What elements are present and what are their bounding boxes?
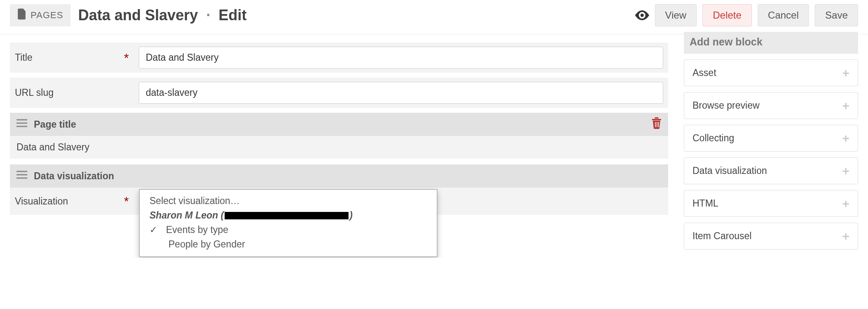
block-item-label: Item Carousel [693,231,752,242]
main-column: Title * URL slug Page title Data and Sla… [0,34,678,223]
cancel-button[interactable]: Cancel [758,4,809,26]
visualization-dropdown[interactable]: Select visualization… Sharon M Leon () E… [139,189,437,257]
page-title-value: Data and Slavery [10,136,668,159]
block-item-asset[interactable]: Asset + [684,59,858,86]
block-item-collecting[interactable]: Collecting + [684,125,858,152]
drag-handle-icon[interactable] [17,170,27,182]
dropdown-placeholder[interactable]: Select visualization… [140,194,437,208]
title-row: Title * [10,43,668,73]
dropdown-option-people-by-gender[interactable]: People by Gender [140,237,437,252]
save-button[interactable]: Save [815,4,858,26]
breadcrumb-separator: · [206,7,210,24]
page-title-block-label: Page title [34,119,76,130]
block-item-data-visualization[interactable]: Data visualization + [684,157,858,184]
breadcrumb: Data and Slavery · Edit [78,7,627,24]
header-actions: View Delete Cancel Save [635,4,858,26]
slug-row: URL slug [10,78,668,108]
check-icon [149,224,166,235]
block-item-html[interactable]: HTML + [684,190,858,217]
view-button[interactable]: View [655,4,697,26]
title-label: Title [15,52,33,63]
drag-handle-icon[interactable] [17,119,27,130]
block-item-browse-preview[interactable]: Browse preview + [684,92,858,119]
sidebar-heading: Add new block [684,32,858,54]
block-item-label: Collecting [693,133,734,144]
visualization-label: Visualization [15,196,68,207]
slug-label: URL slug [15,87,54,98]
breadcrumb-title[interactable]: Data and Slavery [78,7,198,24]
delete-button[interactable]: Delete [702,4,752,26]
pages-tag-label: PAGES [31,10,63,21]
redacted-email [225,212,349,219]
dropdown-option-label: Events by type [166,224,228,235]
dropdown-group-owner: Sharon M Leon () [140,208,437,223]
sidebar: Add new block Asset + Browse preview + C… [678,34,868,258]
block-item-item-carousel[interactable]: Item Carousel + [684,223,858,250]
page-icon [17,8,26,22]
block-item-label: Browse preview [693,100,759,111]
block-item-label: HTML [693,198,719,209]
slug-input[interactable] [139,82,663,104]
block-item-label: Asset [693,67,716,78]
breadcrumb-action: Edit [218,7,247,24]
block-item-label: Data visualization [693,165,767,176]
dropdown-option-label: People by Gender [168,239,245,250]
viz-block-label: Data visualization [34,171,114,182]
trash-icon[interactable] [652,117,662,131]
page-title-block-header: Page title [10,113,668,136]
viz-block-header: Data visualization [10,164,668,188]
dropdown-option-events-by-type[interactable]: Events by type [140,223,437,237]
page-header: PAGES Data and Slavery · Edit View Delet… [0,0,868,34]
pages-tag[interactable]: PAGES [10,4,71,26]
title-input[interactable] [139,47,663,69]
visibility-icon[interactable] [635,10,649,20]
block-list: Asset + Browse preview + Collecting + Da… [684,59,858,250]
